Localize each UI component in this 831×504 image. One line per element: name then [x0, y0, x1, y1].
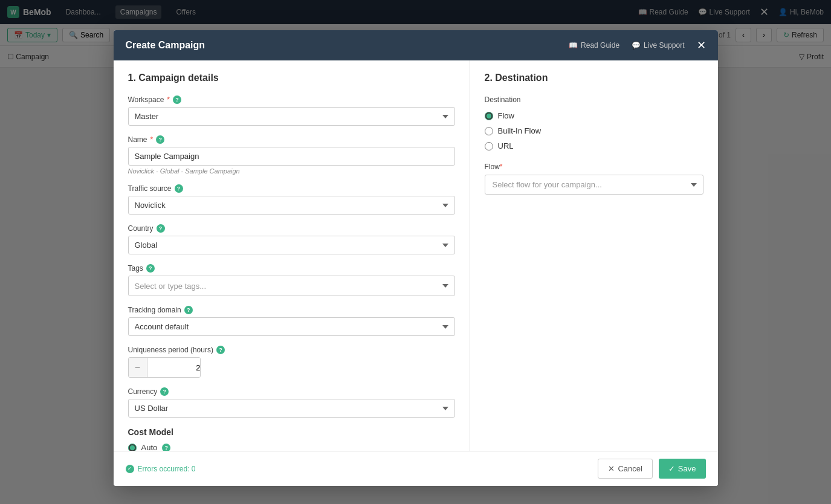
tracking-domain-field: Tracking domain ? Account default — [128, 306, 455, 336]
uniqueness-period-help-icon[interactable]: ? — [216, 346, 225, 354]
tags-field: Tags ? Select or type tags... — [128, 264, 455, 296]
chat-icon-modal: 💬 — [632, 41, 641, 50]
flow-radio[interactable] — [485, 112, 493, 120]
cancel-button[interactable]: ✕ Cancel — [598, 459, 652, 479]
save-button[interactable]: ✓ Save — [659, 459, 706, 479]
destination-built-in-flow[interactable]: Built-In Flow — [485, 126, 703, 135]
currency-help-icon[interactable]: ? — [160, 387, 169, 396]
flow-select-group: Flow* Select flow for your campaign... — [485, 163, 703, 195]
create-campaign-modal: Create Campaign 📖 Read Guide 💬 Live Supp… — [114, 30, 718, 486]
cost-model-auto[interactable]: Auto ? — [128, 443, 455, 451]
destination-panel: 2. Destination Destination Flow Built-In… — [470, 60, 718, 451]
stepper-minus-button[interactable]: − — [129, 358, 147, 377]
cancel-icon: ✕ — [608, 464, 615, 473]
name-sub-label: Noviclick - Global - Sample Campaign — [128, 167, 455, 175]
destination-flow[interactable]: Flow — [485, 111, 703, 120]
errors-status: ✓ Errors occurred: 0 — [126, 465, 196, 473]
uniqueness-period-input[interactable] — [147, 358, 201, 377]
currency-select[interactable]: US Dollar — [128, 399, 455, 418]
country-field: Country ? Global — [128, 224, 455, 254]
traffic-source-select[interactable]: Noviclick — [128, 196, 455, 215]
modal-footer: ✓ Errors occurred: 0 ✕ Cancel ✓ Save — [114, 451, 718, 486]
cost-model-section: Cost Model Auto ? CPV ? — [128, 427, 455, 451]
tracking-domain-help-icon[interactable]: ? — [184, 306, 193, 314]
workspace-label: Workspace* ? — [128, 95, 455, 104]
auto-radio[interactable] — [128, 444, 137, 451]
uniqueness-period-label: Uniqueness period (hours) ? — [128, 346, 455, 354]
tags-select[interactable]: Select or type tags... — [128, 276, 455, 296]
traffic-source-help-icon[interactable]: ? — [175, 184, 183, 193]
flow-label: Flow* — [485, 163, 703, 171]
cost-model-radio-group: Auto ? CPV ? CPM ? — [128, 443, 455, 451]
modal-body: 1. Campaign details Workspace* ? Master … — [114, 60, 718, 451]
country-select[interactable]: Global — [128, 236, 455, 254]
modal-title: Create Campaign — [126, 40, 205, 51]
workspace-select[interactable]: Master — [128, 107, 455, 126]
modal-read-guide-link[interactable]: 📖 Read Guide — [569, 41, 619, 50]
destination-label: Destination — [485, 95, 703, 104]
footer-actions: ✕ Cancel ✓ Save — [598, 459, 705, 479]
currency-label: Currency ? — [128, 387, 455, 396]
destination-section: Destination Flow Built-In Flow URL — [485, 95, 703, 195]
auto-help-icon[interactable]: ? — [162, 444, 170, 451]
name-field: Name* ? Noviclick - Global - Sample Camp… — [128, 135, 455, 175]
campaign-details-title: 1. Campaign details — [128, 73, 455, 83]
name-input[interactable] — [128, 147, 455, 166]
destination-title: 2. Destination — [485, 73, 703, 83]
workspace-field: Workspace* ? Master — [128, 95, 455, 126]
modal-overlay: Create Campaign 📖 Read Guide 💬 Live Supp… — [0, 0, 831, 504]
currency-field: Currency ? US Dollar — [128, 387, 455, 418]
uniqueness-period-stepper: − + — [128, 357, 201, 378]
destination-url[interactable]: URL — [485, 141, 703, 150]
save-icon: ✓ — [668, 464, 675, 473]
errors-dot: ✓ — [126, 465, 134, 473]
name-label: Name* ? — [128, 135, 455, 144]
book-icon-modal: 📖 — [569, 41, 578, 50]
tracking-domain-select[interactable]: Account default — [128, 317, 455, 336]
modal-header: Create Campaign 📖 Read Guide 💬 Live Supp… — [114, 30, 718, 60]
flow-select[interactable]: Select flow for your campaign... — [485, 175, 703, 195]
destination-radio-group: Flow Built-In Flow URL — [485, 111, 703, 150]
cost-model-title: Cost Model — [128, 427, 455, 437]
name-help-icon[interactable]: ? — [156, 135, 164, 144]
url-radio[interactable] — [485, 142, 493, 150]
country-label: Country ? — [128, 224, 455, 233]
workspace-help-icon[interactable]: ? — [173, 95, 181, 104]
country-help-icon[interactable]: ? — [157, 224, 165, 233]
tags-help-icon[interactable]: ? — [146, 264, 155, 273]
modal-live-support-link[interactable]: 💬 Live Support — [632, 41, 684, 50]
modal-header-actions: 📖 Read Guide 💬 Live Support ✕ — [569, 39, 705, 52]
traffic-source-field: Traffic source ? Noviclick — [128, 184, 455, 215]
tracking-domain-label: Tracking domain ? — [128, 306, 455, 314]
traffic-source-label: Traffic source ? — [128, 184, 455, 193]
modal-close-button[interactable]: ✕ — [697, 39, 706, 52]
built-in-flow-radio[interactable] — [485, 127, 493, 135]
tags-label: Tags ? — [128, 264, 455, 273]
campaign-details-panel: 1. Campaign details Workspace* ? Master … — [114, 60, 470, 451]
uniqueness-period-field: Uniqueness period (hours) ? − + — [128, 346, 455, 378]
